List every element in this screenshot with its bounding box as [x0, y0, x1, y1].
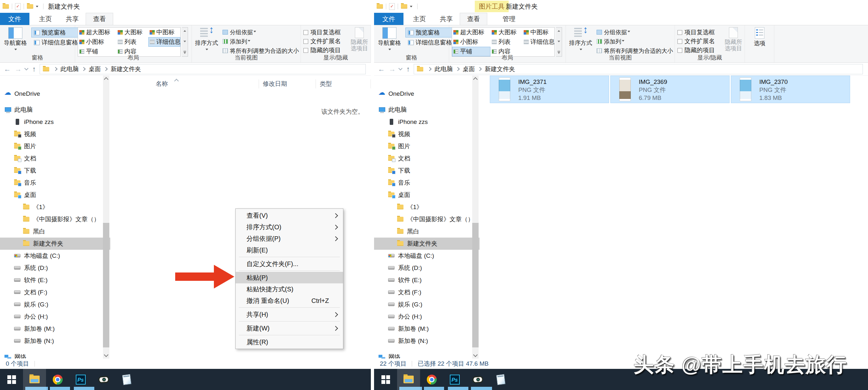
menu-item[interactable]: 属性(R): [236, 336, 343, 348]
checkbox-icon[interactable]: [303, 30, 308, 35]
menu-item[interactable]: 新建(W): [236, 323, 343, 334]
breadcrumb-item[interactable]: 桌面: [463, 65, 475, 73]
checkbox-icon[interactable]: [303, 48, 308, 53]
gallery-up-icon[interactable]: [184, 29, 186, 32]
navigation-pane-button[interactable]: 导航窗格: [1, 27, 29, 53]
layout-option[interactable]: 详细信息: [522, 37, 554, 47]
sidebar-item[interactable]: 新加卷 (M:): [374, 323, 479, 335]
sidebar-item[interactable]: 新建文件夹: [374, 238, 479, 250]
menu-item[interactable]: 粘贴(P): [236, 272, 343, 283]
tab-item[interactable]: 查看: [86, 13, 113, 25]
breadcrumb-item[interactable]: 新建文件夹: [485, 65, 515, 73]
layout-option[interactable]: 列表: [116, 37, 148, 47]
menu-item[interactable]: 刷新(E): [236, 244, 343, 256]
sidebar-item[interactable]: 新加卷 (N:): [374, 335, 479, 347]
qat-dropdown-icon[interactable]: [36, 6, 38, 9]
details-pane-toggle[interactable]: 详细信息窗格: [405, 37, 455, 47]
sidebar-item[interactable]: 下载: [0, 165, 110, 177]
sidebar-item[interactable]: 文档: [0, 152, 110, 165]
address-box[interactable]: 此电脑桌面新建文件夹: [414, 64, 863, 74]
layout-option[interactable]: 大图标: [490, 28, 522, 37]
file-tile[interactable]: IMG_2369PNG 文件6.79 MB: [610, 76, 730, 103]
gallery-scrollbar[interactable]: [556, 27, 562, 57]
menu-item[interactable]: 分组依据(P): [236, 233, 343, 244]
checkbox-icon[interactable]: [678, 48, 682, 53]
sidebar-item[interactable]: 《中国摄影报》文章（）: [0, 213, 110, 225]
sidebar-item[interactable]: 图片: [374, 140, 479, 152]
taskbar-notepad-icon[interactable]: [489, 369, 512, 390]
sidebar-item[interactable]: 黑白: [374, 225, 479, 238]
sidebar-item[interactable]: 文档 (F:): [374, 286, 479, 299]
checkbox-row[interactable]: 隐藏的项目: [303, 46, 341, 55]
layout-option[interactable]: 大图标: [116, 28, 148, 37]
sidebar-item[interactable]: iPhone zzs: [374, 116, 479, 128]
sidebar-item[interactable]: 新加卷 (M:): [0, 323, 110, 335]
sidebar-item[interactable]: 音乐: [374, 177, 479, 189]
sidebar-item[interactable]: 图片: [0, 140, 110, 152]
sidebar-item[interactable]: 新建文件夹: [0, 238, 110, 250]
scrollbar-thumb[interactable]: [103, 223, 109, 347]
checkbox-row[interactable]: 项目复选框: [303, 28, 341, 37]
add-columns-button[interactable]: 添加列: [222, 37, 299, 46]
sidebar-item[interactable]: 新加卷 (N:): [0, 335, 110, 347]
breadcrumb-item[interactable]: 桌面: [89, 65, 101, 73]
tab-item[interactable]: 查看: [460, 13, 487, 25]
picture-tools-tab[interactable]: 图片工具: [475, 1, 509, 12]
layout-option[interactable]: 超大图标: [78, 28, 116, 37]
menu-item[interactable]: 查看(V): [236, 210, 343, 221]
preview-pane-toggle[interactable]: 预览窗格: [405, 28, 455, 37]
forward-button[interactable]: →: [389, 65, 396, 73]
recent-locations-icon[interactable]: [398, 66, 403, 71]
sidebar-item[interactable]: 网络: [374, 351, 479, 359]
taskbar-photoshop-icon[interactable]: Ps: [69, 369, 92, 390]
group-by-button[interactable]: 分组依据: [222, 28, 299, 37]
layout-option[interactable]: 列表: [490, 37, 522, 47]
taskbar-start-icon[interactable]: [0, 369, 23, 390]
gallery-scrollbar[interactable]: [182, 27, 188, 57]
hide-selected-items-button[interactable]: 隐藏所选项目: [723, 27, 744, 52]
sidebar-item[interactable]: 视频: [0, 128, 110, 140]
checkbox-icon[interactable]: [303, 39, 308, 44]
new-folder-icon[interactable]: [27, 4, 33, 9]
back-button[interactable]: ←: [378, 65, 385, 73]
taskbar-photoshop-icon[interactable]: Ps: [443, 369, 466, 390]
new-folder-icon[interactable]: [401, 4, 407, 9]
properties-check-icon[interactable]: ✓: [15, 3, 21, 10]
sidebar-item[interactable]: 办公 (H:): [0, 311, 110, 323]
sidebar-item[interactable]: 办公 (H:): [374, 311, 479, 323]
up-button[interactable]: ↑: [32, 65, 36, 73]
file-tile[interactable]: IMG_2371PNG 文件1.91 MB: [490, 76, 609, 103]
back-button[interactable]: ←: [4, 65, 11, 73]
layout-option[interactable]: 中图标: [522, 28, 554, 37]
sort-by-button[interactable]: 排序方式: [566, 27, 595, 53]
menu-item[interactable]: 粘贴快捷方式(S): [236, 283, 343, 295]
checkbox-row[interactable]: 隐藏的项目: [678, 46, 715, 55]
gallery-down-icon[interactable]: [184, 41, 186, 44]
hide-selected-items-button[interactable]: 隐藏所选项目: [349, 27, 370, 52]
layout-option[interactable]: 详细信息: [148, 37, 180, 47]
gallery-down-icon[interactable]: [558, 41, 560, 44]
recent-locations-icon[interactable]: [24, 66, 28, 71]
taskbar-chrome-icon[interactable]: [420, 369, 443, 390]
preview-pane-toggle[interactable]: 预览窗格: [31, 28, 81, 37]
taskbar-chrome-icon[interactable]: [46, 369, 69, 390]
navigation-pane-button[interactable]: 导航窗格: [375, 27, 403, 53]
sidebar-item[interactable]: OneDrive: [374, 88, 479, 100]
sidebar-item[interactable]: OneDrive: [0, 88, 110, 100]
layout-option[interactable]: 中图标: [148, 28, 180, 37]
sidebar-item[interactable]: 文档: [374, 152, 479, 165]
sidebar-item[interactable]: 系统 (D:): [0, 262, 110, 274]
add-columns-button[interactable]: 添加列: [596, 37, 673, 46]
sidebar-scrollbar[interactable]: [472, 76, 478, 359]
sidebar-item[interactable]: 文档 (F:): [0, 286, 110, 299]
scroll-down-icon[interactable]: [104, 353, 108, 357]
sidebar-item[interactable]: 系统 (D:): [374, 262, 479, 274]
sidebar-item[interactable]: 视频: [374, 128, 479, 140]
taskbar-notepad-icon[interactable]: [115, 369, 138, 390]
up-button[interactable]: ↑: [406, 65, 410, 73]
properties-check-icon[interactable]: ✓: [389, 3, 395, 10]
sidebar-item[interactable]: 软件 (E:): [0, 274, 110, 286]
sort-by-button[interactable]: 排序方式: [192, 27, 221, 53]
checkbox-icon[interactable]: [678, 30, 682, 35]
sidebar-item[interactable]: 此电脑: [0, 104, 110, 116]
